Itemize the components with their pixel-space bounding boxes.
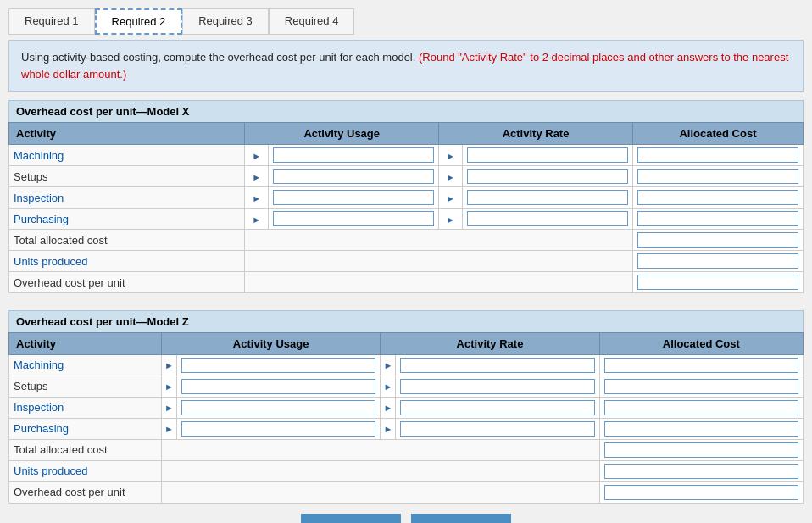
arrow-icon: ► <box>446 193 455 203</box>
col-allocated-x: Allocated Cost <box>632 123 803 145</box>
allocated-input[interactable] <box>637 169 798 184</box>
activity-label: Machining <box>9 145 245 166</box>
usage-input-cell[interactable] <box>269 145 439 166</box>
allocated-input[interactable] <box>604 358 798 373</box>
table-row: Machining ► ► <box>9 145 804 166</box>
tab-required2[interactable]: Required 2 <box>95 8 183 35</box>
model-z-section: Overhead cost per unit—Model Z Activity … <box>8 310 804 504</box>
units-input[interactable] <box>604 464 798 479</box>
usage-input[interactable] <box>273 147 434 163</box>
rate-input-cell[interactable] <box>396 354 599 376</box>
usage-input[interactable] <box>181 379 375 394</box>
allocated-cell[interactable] <box>632 145 803 166</box>
rate-input[interactable] <box>467 211 628 226</box>
rate-input[interactable] <box>400 400 594 415</box>
usage-input-cell[interactable] <box>177 376 381 397</box>
overhead-input[interactable] <box>604 485 798 500</box>
usage-input[interactable] <box>273 169 434 184</box>
usage-input-cell[interactable] <box>269 166 439 187</box>
allocated-input[interactable] <box>604 400 798 415</box>
model-z-table: Activity Activity Usage Activity Rate Al… <box>8 332 804 504</box>
usage-input[interactable] <box>181 421 375 437</box>
usage-input-cell[interactable] <box>269 187 439 209</box>
overhead-cell[interactable] <box>632 272 803 293</box>
rate-input[interactable] <box>467 147 628 163</box>
allocated-input[interactable] <box>637 147 798 163</box>
rate-input-cell[interactable] <box>396 418 599 439</box>
usage-input-cell[interactable] <box>177 354 381 376</box>
rate-input[interactable] <box>467 190 628 205</box>
usage-input[interactable] <box>273 190 434 205</box>
allocated-cell[interactable] <box>632 166 803 187</box>
allocated-input[interactable] <box>637 190 798 205</box>
arrow-icon: ► <box>164 403 174 413</box>
total-allocated-input[interactable] <box>637 232 798 248</box>
prev-button[interactable]: ‹ Required 1 <box>301 514 401 524</box>
arrow-icon: ► <box>252 172 261 182</box>
rate-input-cell[interactable] <box>396 397 599 418</box>
col-rate-x: Activity Rate <box>439 123 633 145</box>
rate-input-cell[interactable] <box>462 145 632 166</box>
rate-input-cell[interactable] <box>462 187 632 209</box>
units-cell[interactable] <box>632 251 803 272</box>
overhead-input[interactable] <box>637 275 798 290</box>
table-row: Overhead cost per unit <box>9 481 804 503</box>
units-input[interactable] <box>637 253 798 269</box>
usage-input[interactable] <box>181 358 375 373</box>
usage-input-cell[interactable] <box>177 397 381 418</box>
overhead-label: Overhead cost per unit <box>9 272 245 293</box>
rate-input-cell[interactable] <box>462 209 632 230</box>
col-allocated-z: Allocated Cost <box>599 332 803 354</box>
total-allocated-cell[interactable] <box>632 230 803 251</box>
next-button[interactable]: Required 3 › <box>411 514 511 524</box>
allocated-input[interactable] <box>604 379 798 394</box>
arrow-icon: ► <box>446 151 455 161</box>
rate-input[interactable] <box>400 379 594 394</box>
rate-input-cell[interactable] <box>462 166 632 187</box>
overhead-cell[interactable] <box>599 481 803 503</box>
activity-label: Purchasing <box>9 209 245 230</box>
arrow-icon: ► <box>164 381 174 392</box>
arrow-icon: ► <box>252 214 261 225</box>
units-cell[interactable] <box>599 460 803 481</box>
allocated-cell[interactable] <box>599 376 803 397</box>
usage-input[interactable] <box>273 211 434 226</box>
rate-input-cell[interactable] <box>396 376 599 397</box>
total-allocated-input[interactable] <box>604 442 798 458</box>
arrow-icon: ► <box>252 193 261 203</box>
table-row: Total allocated cost <box>9 439 804 460</box>
usage-input-cell[interactable] <box>269 209 439 230</box>
table-row: Inspection ► ► <box>9 397 804 418</box>
table-row: Total allocated cost <box>9 230 804 251</box>
usage-input-cell[interactable] <box>177 418 381 439</box>
tab-required4[interactable]: Required 4 <box>269 8 355 35</box>
arrow-icon: ► <box>383 424 392 434</box>
allocated-cell[interactable] <box>599 354 803 376</box>
units-label: Units produced <box>9 460 162 481</box>
col-usage-z: Activity Usage <box>162 332 381 354</box>
tab-required3[interactable]: Required 3 <box>182 8 269 35</box>
model-z-header: Overhead cost per unit—Model Z <box>8 310 804 332</box>
allocated-cell[interactable] <box>599 418 803 439</box>
rate-input[interactable] <box>400 358 594 373</box>
rate-input[interactable] <box>467 169 628 184</box>
rate-input[interactable] <box>400 421 594 437</box>
allocated-input[interactable] <box>604 421 798 437</box>
arrow-icon: ► <box>164 424 174 434</box>
arrow-icon: ► <box>446 214 455 225</box>
allocated-cell[interactable] <box>599 397 803 418</box>
arrow-icon: ► <box>252 151 261 161</box>
total-allocated-cell[interactable] <box>599 439 803 460</box>
tab-required1[interactable]: Required 1 <box>8 8 95 35</box>
table-row: Setups ► ► <box>9 376 804 397</box>
rate-arrow-cell: ► <box>439 145 463 166</box>
overhead-label: Overhead cost per unit <box>9 481 162 503</box>
usage-input[interactable] <box>181 400 375 415</box>
allocated-input[interactable] <box>637 211 798 226</box>
spacer <box>9 293 804 300</box>
table-row: Overhead cost per unit <box>9 272 804 293</box>
allocated-cell[interactable] <box>632 209 803 230</box>
activity-label: Purchasing <box>9 418 162 439</box>
table-row: Setups ► ► <box>9 166 804 187</box>
allocated-cell[interactable] <box>632 187 803 209</box>
